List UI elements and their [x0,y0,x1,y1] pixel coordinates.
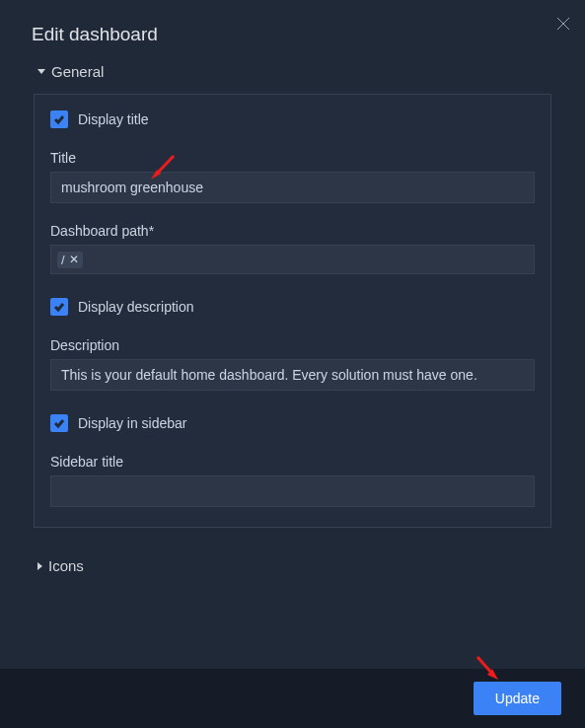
dialog-footer: Update [0,669,585,728]
general-panel: Display title Title Dashboard path* / ✕ [34,94,551,528]
description-label: Description [50,337,535,353]
close-icon [555,16,571,32]
check-icon [53,417,65,429]
chevron-right-icon [37,562,42,570]
section-label: Icons [48,557,84,574]
dashboard-path-label: Dashboard path* [50,223,535,239]
display-title-checkbox[interactable] [50,110,68,128]
section-label: General [51,63,104,80]
sidebar-title-label: Sidebar title [50,454,535,470]
path-chip-text: / [61,253,65,267]
display-sidebar-checkbox[interactable] [50,414,68,432]
display-title-label: Display title [78,111,149,127]
display-description-checkbox[interactable] [50,298,68,316]
title-label: Title [50,150,535,166]
check-icon [53,113,65,125]
check-icon [53,301,65,313]
path-chip: / ✕ [57,252,83,268]
description-input[interactable] [50,359,535,391]
section-header-icons[interactable]: Icons [0,551,585,580]
dashboard-path-input[interactable]: / ✕ [50,245,535,274]
sidebar-title-input[interactable] [50,475,535,507]
edit-dashboard-dialog: Edit dashboard General Display title Tit… [0,0,585,728]
close-button[interactable] [553,14,573,34]
update-button[interactable]: Update [474,682,561,715]
chip-remove-icon[interactable]: ✕ [69,254,79,265]
chevron-down-icon [37,69,45,74]
display-description-label: Display description [78,299,194,315]
title-input[interactable] [50,172,535,203]
display-sidebar-label: Display in sidebar [78,415,187,431]
section-header-general[interactable]: General [0,57,585,86]
dialog-title: Edit dashboard [0,0,585,57]
